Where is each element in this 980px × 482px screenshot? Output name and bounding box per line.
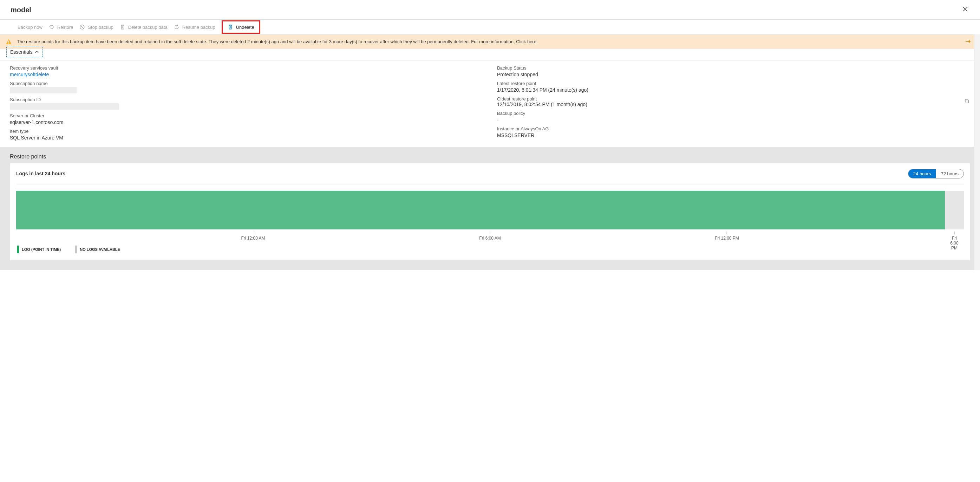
legend-nolog: NO LOGS AVAILABLE: [75, 246, 120, 253]
essentials-toggle[interactable]: Essentials: [6, 47, 43, 57]
trash-icon: [228, 24, 233, 30]
time-range-toggle: 24 hours 72 hours: [908, 169, 964, 178]
toolbar-label: Undelete: [236, 25, 254, 30]
toggle-24h[interactable]: 24 hours: [908, 169, 936, 178]
axis-tick: Fri 12:00 PM: [715, 232, 739, 241]
warning-banner: The restore points for this backup item …: [0, 35, 980, 49]
trash-icon: [120, 24, 126, 30]
toggle-72h[interactable]: 72 hours: [936, 169, 964, 178]
server-value: sqlserver-1.contoso.com: [10, 119, 483, 125]
item-type-value: SQL Server in Azure VM: [10, 135, 483, 140]
essentials-label: Essentials: [10, 49, 33, 55]
chart-segment-nolog: [945, 191, 964, 229]
legend-swatch-icon: [75, 246, 77, 253]
restore-button[interactable]: Restore: [49, 24, 73, 30]
copy-icon: [964, 99, 969, 103]
prop-label: Backup policy: [497, 111, 970, 116]
prop-label: Backup Status: [497, 65, 970, 71]
stop-icon: [80, 24, 85, 30]
prop-label: Latest restore point: [497, 81, 970, 86]
arrow-right-icon: [965, 39, 971, 44]
chevron-up-icon: [35, 50, 39, 54]
toolbar-label: Restore: [57, 25, 73, 30]
legend-log: LOG (POINT IN TIME): [17, 246, 61, 253]
legend-label: NO LOGS AVAILABLE: [80, 247, 120, 251]
prop-label: Item type: [10, 129, 483, 134]
restore-points-title: Restore points: [10, 154, 970, 160]
prop-label: Server or Cluster: [10, 113, 483, 118]
backup-status-value: Protection stopped: [497, 72, 970, 77]
undelete-button[interactable]: Undelete: [222, 21, 260, 34]
recovery-vault-link[interactable]: mercurysoftdelete: [10, 72, 483, 77]
axis-tick: Fri 6:00 AM: [479, 232, 501, 241]
page-title: model: [11, 6, 31, 14]
prop-label: Instance or AlwaysOn AG: [497, 126, 970, 131]
subscription-id-value: [10, 103, 119, 110]
logs-card-title: Logs in last 24 hours: [16, 171, 65, 177]
close-button[interactable]: [961, 5, 969, 15]
chart-segment-log: [16, 191, 945, 229]
logs-card: Logs in last 24 hours 24 hours 72 hours …: [10, 163, 970, 260]
toolbar-label: Delete backup data: [128, 25, 167, 30]
scrollbar[interactable]: [974, 34, 980, 270]
toolbar-label: Backup now: [18, 25, 43, 30]
toolbar-label: Stop backup: [88, 25, 113, 30]
legend-swatch-icon: [17, 246, 19, 253]
prop-label: Subscription name: [10, 81, 483, 86]
prop-label: Subscription ID: [10, 97, 483, 102]
close-icon: [963, 6, 968, 12]
subscription-name-value: [10, 87, 76, 94]
oldest-restore-value: 12/10/2019, 8:02:54 PM (1 month(s) ago): [497, 102, 961, 107]
warning-icon: [6, 39, 12, 45]
latest-restore-value: 1/17/2020, 6:01:34 PM (24 minute(s) ago): [497, 87, 970, 93]
warning-dismiss-arrow[interactable]: [962, 39, 974, 45]
svg-rect-2: [8, 43, 9, 44]
legend-label: LOG (POINT IN TIME): [22, 247, 61, 251]
delete-backup-data-button[interactable]: Delete backup data: [120, 24, 167, 30]
copy-button[interactable]: [964, 98, 970, 105]
svg-rect-1: [8, 40, 9, 43]
prop-label: Oldest restore point: [497, 96, 961, 102]
backup-now-button[interactable]: Backup now: [18, 25, 43, 30]
prop-label: Recovery services vault: [10, 65, 483, 71]
instance-value: MSSQLSERVER: [497, 132, 970, 138]
warning-text: The restore points for this backup item …: [17, 38, 957, 45]
essentials-panel: Recovery services vault mercurysoftdelet…: [0, 60, 980, 147]
toolbar: Backup now Restore Stop backup Delete ba…: [0, 20, 980, 35]
axis-tick: Fri 6:00 PM: [950, 232, 959, 250]
svg-rect-3: [966, 100, 969, 103]
toolbar-label: Resume backup: [182, 25, 215, 30]
backup-policy-value: -: [497, 117, 970, 122]
stop-backup-button[interactable]: Stop backup: [80, 24, 113, 30]
undo-icon: [49, 24, 54, 30]
axis-tick: Fri 12:00 AM: [241, 232, 265, 241]
resume-backup-button[interactable]: Resume backup: [174, 24, 215, 30]
logs-chart: Fri 12:00 AM Fri 6:00 AM Fri 12:00 PM Fr…: [16, 184, 964, 253]
refresh-icon: [174, 24, 180, 30]
